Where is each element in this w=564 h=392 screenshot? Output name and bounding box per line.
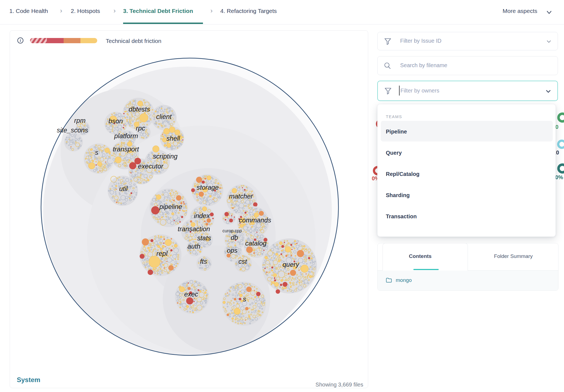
- file-circle[interactable]: [245, 320, 246, 321]
- file-circle[interactable]: [212, 199, 213, 200]
- file-circle[interactable]: [246, 186, 247, 187]
- file-circle[interactable]: [254, 290, 255, 291]
- file-circle[interactable]: [163, 243, 164, 244]
- file-circle[interactable]: [279, 257, 280, 258]
- dropdown-item-query[interactable]: Query: [386, 150, 402, 156]
- file-circle[interactable]: [155, 268, 157, 269]
- file-circle[interactable]: [176, 265, 177, 267]
- file-circle[interactable]: [92, 160, 94, 162]
- file-circle[interactable]: [149, 256, 160, 268]
- file-circle[interactable]: [170, 255, 172, 256]
- file-circle[interactable]: [271, 270, 273, 271]
- file-circle[interactable]: [194, 185, 196, 187]
- file-circle[interactable]: [307, 276, 308, 277]
- file-circle[interactable]: [118, 144, 120, 145]
- file-circle[interactable]: [129, 159, 130, 161]
- file-circle[interactable]: [288, 243, 289, 244]
- file-circle[interactable]: [168, 265, 174, 271]
- file-circle[interactable]: [286, 280, 287, 281]
- file-circle[interactable]: [147, 178, 148, 179]
- file-circle[interactable]: [174, 267, 175, 268]
- file-circle[interactable]: [149, 240, 150, 241]
- file-circle[interactable]: [239, 227, 240, 228]
- file-circle[interactable]: [175, 130, 180, 135]
- file-circle[interactable]: [225, 308, 226, 309]
- more-aspects-button[interactable]: More aspects: [503, 8, 537, 14]
- file-circle[interactable]: [239, 294, 242, 297]
- file-circle[interactable]: [242, 255, 244, 257]
- file-circle[interactable]: [172, 199, 173, 200]
- file-circle[interactable]: [235, 319, 236, 320]
- file-circle[interactable]: [281, 279, 283, 282]
- file-circle[interactable]: [308, 257, 310, 259]
- dropdown-item-pipeline[interactable]: Pipeline: [386, 129, 407, 135]
- file-circle[interactable]: [204, 292, 207, 294]
- file-circle[interactable]: [240, 291, 241, 292]
- file-circle[interactable]: [254, 296, 256, 298]
- file-circle[interactable]: [241, 300, 243, 302]
- file-circle[interactable]: [246, 214, 248, 215]
- file-circle[interactable]: [161, 261, 162, 262]
- file-circle[interactable]: [116, 189, 117, 190]
- file-circle[interactable]: [283, 282, 288, 287]
- file-circle[interactable]: [231, 215, 232, 216]
- file-circle[interactable]: [179, 221, 181, 223]
- file-circle[interactable]: [153, 249, 154, 251]
- file-circle[interactable]: [148, 270, 153, 275]
- dropdown-item-repl-catalog[interactable]: Repl/Catalog: [386, 171, 419, 177]
- file-circle[interactable]: [186, 210, 187, 211]
- file-circle[interactable]: [99, 170, 101, 172]
- file-circle[interactable]: [180, 302, 181, 303]
- file-circle[interactable]: [239, 298, 242, 301]
- file-circle[interactable]: [248, 301, 249, 302]
- file-circle[interactable]: [202, 299, 204, 300]
- file-circle[interactable]: [303, 245, 305, 247]
- file-circle[interactable]: [154, 273, 156, 274]
- tab-contents-label[interactable]: Contents: [378, 253, 463, 259]
- file-circle[interactable]: [188, 282, 189, 284]
- file-circle[interactable]: [253, 202, 257, 207]
- file-circle[interactable]: [225, 219, 226, 220]
- file-circle[interactable]: [123, 127, 124, 128]
- file-circle[interactable]: [182, 210, 183, 211]
- file-circle[interactable]: [232, 309, 233, 310]
- file-circle[interactable]: [164, 128, 170, 134]
- file-circle[interactable]: [196, 193, 198, 195]
- file-circle[interactable]: [271, 266, 273, 268]
- file-circle[interactable]: [177, 263, 178, 264]
- file-circle[interactable]: [253, 252, 255, 254]
- file-circle[interactable]: [158, 235, 159, 236]
- file-circle[interactable]: [240, 224, 244, 228]
- file-circle[interactable]: [272, 281, 275, 284]
- file-circle[interactable]: [188, 287, 191, 290]
- file-circle[interactable]: [153, 146, 159, 152]
- file-circle[interactable]: [258, 296, 259, 298]
- file-circle[interactable]: [309, 275, 312, 278]
- file-circle[interactable]: [291, 249, 292, 250]
- nav-tab-4[interactable]: 4. Refactoring Targets: [220, 8, 277, 14]
- file-circle[interactable]: [257, 236, 258, 237]
- file-circle[interactable]: [204, 220, 206, 222]
- file-circle[interactable]: [229, 219, 233, 222]
- file-circle[interactable]: [97, 162, 102, 166]
- file-circle[interactable]: [306, 249, 307, 250]
- file-circle[interactable]: [144, 179, 145, 181]
- file-circle[interactable]: [105, 161, 107, 163]
- file-circle[interactable]: [147, 247, 150, 249]
- dropdown-item-transaction[interactable]: Transaction: [386, 213, 417, 220]
- file-circle[interactable]: [212, 218, 214, 219]
- file-circle[interactable]: [299, 282, 300, 283]
- file-circle[interactable]: [234, 244, 236, 246]
- file-circle[interactable]: [154, 238, 155, 239]
- file-circle[interactable]: [264, 268, 266, 269]
- file-circle[interactable]: [301, 265, 308, 273]
- file-circle[interactable]: [174, 244, 177, 247]
- file-circle[interactable]: [232, 318, 234, 320]
- file-circle[interactable]: [273, 273, 277, 277]
- file-circle[interactable]: [202, 207, 207, 211]
- file-circle[interactable]: [180, 307, 181, 308]
- file-circle[interactable]: [259, 211, 264, 216]
- file-circle[interactable]: [159, 218, 161, 219]
- file-circle[interactable]: [171, 238, 172, 239]
- file-circle[interactable]: [124, 117, 126, 118]
